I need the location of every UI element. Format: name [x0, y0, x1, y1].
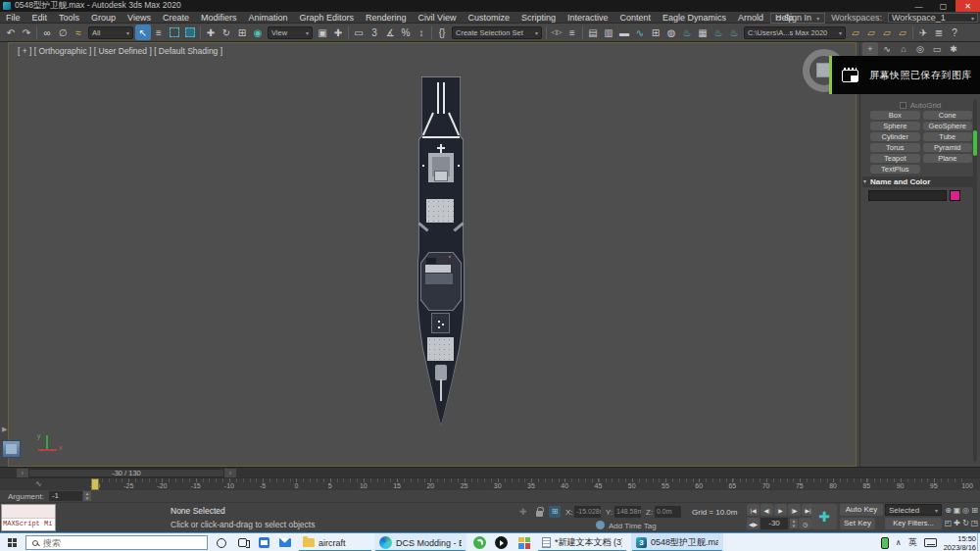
mirror-icon[interactable]: ◁▷: [549, 25, 564, 40]
zoom-region-icon[interactable]: ◰: [944, 517, 953, 529]
workspace-dropdown[interactable]: Workspace_1 ▾: [888, 13, 978, 23]
schematic-view-icon[interactable]: ⊞: [648, 25, 663, 40]
mini-curve-editor-icon[interactable]: ∿: [35, 479, 42, 488]
taskbar-app-notepad[interactable]: *新建文本文档 (3).t...: [537, 533, 627, 551]
frame-forward-button[interactable]: ›: [224, 469, 236, 477]
undo-icon[interactable]: ↶: [3, 25, 19, 40]
start-button[interactable]: [0, 533, 24, 551]
close-button[interactable]: ✕: [956, 0, 980, 12]
scene-explorer-icon[interactable]: ▤: [585, 25, 601, 40]
material-editor-icon[interactable]: ◍: [663, 25, 679, 40]
go-to-start-button[interactable]: |◀: [747, 504, 760, 516]
render-production-icon[interactable]: ♨: [710, 25, 726, 40]
cortana-button[interactable]: [212, 533, 231, 551]
maximize-button[interactable]: ▢: [931, 0, 956, 12]
create-tube-button[interactable]: Tube: [923, 132, 973, 141]
ime-indicator[interactable]: 英: [908, 536, 917, 549]
select-by-name-icon[interactable]: ≡: [151, 25, 167, 40]
create-geosphere-button[interactable]: GeoSphere: [923, 122, 973, 130]
time-configuration-button[interactable]: ◷: [799, 518, 811, 529]
misc-app-button[interactable]: [514, 533, 535, 551]
named-selection-sets-icon[interactable]: {}: [434, 25, 450, 40]
tab-hierarchy-icon[interactable]: ⌂: [896, 42, 911, 56]
taskbar-app-dcs-modding[interactable]: DCS Modding - E...: [374, 533, 466, 551]
script-listener-icon[interactable]: ≣: [931, 25, 947, 40]
render-setup-icon[interactable]: ♨: [679, 25, 695, 40]
screenshot-notification[interactable]: 屏幕快照已保存到图库: [829, 56, 980, 94]
menu-modifiers[interactable]: Modifiers: [195, 13, 243, 23]
object-name-input[interactable]: [868, 190, 947, 201]
key-filters-button[interactable]: Key Filters...: [885, 518, 942, 529]
create-torus-button[interactable]: Torus: [870, 143, 920, 152]
menu-views[interactable]: Views: [122, 13, 157, 23]
taskbar-search[interactable]: [25, 535, 208, 550]
create-teapot-button[interactable]: Teapot: [870, 154, 920, 163]
create-textplus-button[interactable]: TextPlus: [870, 165, 920, 174]
menu-graph-editors[interactable]: Graph Editors: [293, 13, 360, 23]
panel-scrollbar-thumb[interactable]: [973, 130, 977, 156]
tab-utilities-icon[interactable]: ✱: [946, 42, 961, 56]
taskbar-app-aircraft[interactable]: aircraft: [298, 533, 372, 551]
autogrid-checkbox[interactable]: [900, 102, 906, 109]
menu-rendering[interactable]: Rendering: [360, 13, 413, 23]
create-plane-button[interactable]: Plane: [923, 154, 973, 163]
timeline-playhead[interactable]: [91, 478, 99, 490]
menu-civil-view[interactable]: Civil View: [413, 13, 463, 23]
selection-filter-dropdown[interactable]: All ▾: [88, 26, 133, 39]
tab-motion-icon[interactable]: ◎: [912, 42, 928, 56]
hidden-icons-chevron[interactable]: ∧: [896, 538, 902, 547]
maximize-viewport-icon[interactable]: ◳: [970, 517, 979, 529]
pan-icon[interactable]: ✚: [953, 517, 961, 529]
ship-model[interactable]: [416, 76, 466, 426]
recent-folder-icon[interactable]: ▱: [895, 25, 910, 40]
set-key-button[interactable]: Set Key: [840, 518, 875, 529]
timeline-ruler[interactable]: ∿ -30-25-20-15-10-5051015202530354045505…: [0, 477, 980, 490]
window-crossing-icon[interactable]: [182, 25, 198, 40]
menu-eagle-dynamics[interactable]: Eagle Dynamics: [657, 13, 732, 23]
menu-customize[interactable]: Customize: [462, 13, 515, 23]
eagle-dynamics-plugin-icon[interactable]: ✈: [915, 25, 931, 40]
browser-360-button[interactable]: [468, 533, 490, 551]
align-icon[interactable]: ≡: [564, 25, 580, 40]
curve-editor-icon[interactable]: ∿: [632, 25, 648, 40]
menu-scripting[interactable]: Scripting: [515, 13, 562, 23]
sign-in-button[interactable]: Sign In ▾: [770, 13, 825, 24]
menu-arnold[interactable]: Arnold: [732, 13, 769, 23]
zoom-icon[interactable]: ⊕: [944, 504, 953, 517]
task-view-button[interactable]: [231, 533, 253, 551]
spinner-snap-icon[interactable]: ↕: [414, 25, 429, 40]
create-cone-button[interactable]: Cone: [923, 111, 973, 120]
next-frame-button[interactable]: |▶: [788, 504, 801, 516]
zoom-extents-icon[interactable]: ◎: [961, 504, 970, 517]
select-and-link-icon[interactable]: ∞: [39, 25, 55, 40]
menu-animation[interactable]: Animation: [242, 13, 293, 23]
add-time-tag[interactable]: Add Time Tag: [609, 522, 657, 530]
auto-key-button[interactable]: Auto Key: [840, 504, 883, 516]
project-folder-dropdown[interactable]: C:\Users\A...s Max 2020 ▾: [744, 26, 846, 39]
keyboard-override-icon[interactable]: ▭: [351, 25, 367, 40]
viewport[interactable]: [ + ] [ Orthographic ] [ User Defined ] …: [8, 42, 857, 467]
frame-spinner[interactable]: ▴▾: [790, 519, 798, 528]
viewport-layout-tab[interactable]: [2, 440, 21, 458]
select-and-move-icon[interactable]: ✚: [203, 25, 219, 40]
tab-create-icon[interactable]: +: [862, 42, 878, 56]
menu-group[interactable]: Group: [85, 13, 122, 23]
menu-tools[interactable]: Tools: [53, 13, 85, 23]
menu-create[interactable]: Create: [157, 13, 195, 23]
maxscript-mini-listener[interactable]: MAXScript Mi: [1, 504, 56, 531]
open-folder-icon[interactable]: ▱: [863, 25, 879, 40]
create-box-button[interactable]: Box: [870, 111, 920, 120]
set-keys-button[interactable]: ✚: [811, 504, 837, 529]
snap-toggle-icon[interactable]: 3: [367, 25, 382, 40]
object-color-swatch[interactable]: [950, 190, 960, 201]
select-and-manipulate-icon[interactable]: ✚: [330, 25, 346, 40]
previous-frame-button[interactable]: ◀|: [760, 504, 773, 516]
select-and-rotate-icon[interactable]: ↻: [219, 25, 234, 40]
orbit-icon[interactable]: ↻: [961, 517, 970, 529]
search-input[interactable]: [43, 538, 180, 548]
asset-library-icon[interactable]: ▱: [848, 25, 863, 40]
select-and-place-icon[interactable]: ◉: [250, 25, 266, 40]
tab-modify-icon[interactable]: ∿: [879, 42, 895, 56]
argument-spinner[interactable]: ▴▾: [83, 491, 91, 501]
reference-coordinate-dropdown[interactable]: View ▾: [268, 26, 313, 39]
